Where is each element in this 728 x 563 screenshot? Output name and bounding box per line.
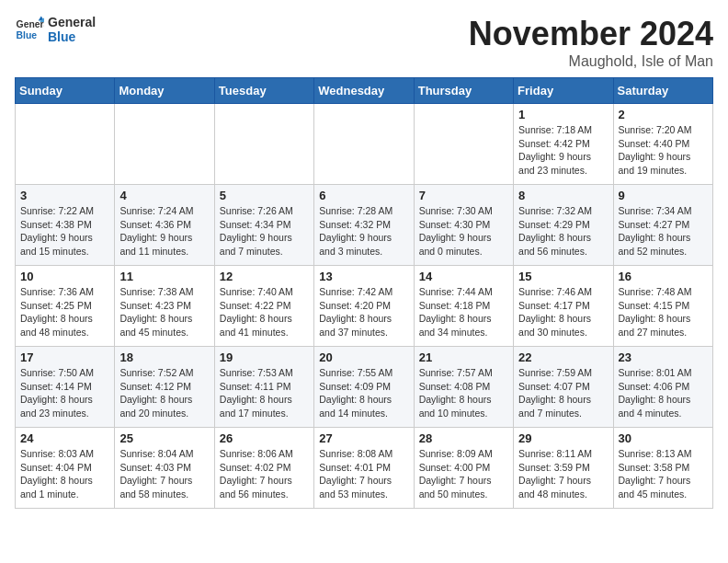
day-info: Sunrise: 8:13 AM Sunset: 3:58 PM Dayligh… <box>619 447 708 501</box>
day-info: Sunrise: 7:46 AM Sunset: 4:17 PM Dayligh… <box>518 285 608 339</box>
day-info: Sunrise: 8:09 AM Sunset: 4:00 PM Dayligh… <box>419 447 508 501</box>
day-info: Sunrise: 7:59 AM Sunset: 4:07 PM Dayligh… <box>518 366 608 420</box>
day-number: 8 <box>518 189 608 202</box>
calendar-cell: 14Sunrise: 7:44 AM Sunset: 4:18 PM Dayli… <box>414 266 513 347</box>
day-number: 13 <box>319 270 408 283</box>
col-header-wednesday: Wednesday <box>314 78 414 104</box>
day-number: 1 <box>518 108 608 121</box>
day-info: Sunrise: 7:55 AM Sunset: 4:09 PM Dayligh… <box>319 366 408 420</box>
calendar-cell <box>414 104 513 185</box>
day-info: Sunrise: 7:52 AM Sunset: 4:12 PM Dayligh… <box>119 366 209 420</box>
day-number: 11 <box>119 270 209 283</box>
calendar-cell <box>115 104 214 185</box>
day-info: Sunrise: 7:32 AM Sunset: 4:29 PM Dayligh… <box>518 204 608 259</box>
day-info: Sunrise: 7:20 AM Sunset: 4:40 PM Dayligh… <box>619 123 708 178</box>
day-number: 25 <box>119 431 209 445</box>
day-info: Sunrise: 7:38 AM Sunset: 4:23 PM Dayligh… <box>119 285 209 339</box>
location-subtitle: Maughold, Isle of Man <box>469 53 713 70</box>
calendar-cell: 27Sunrise: 8:08 AM Sunset: 4:01 PM Dayli… <box>314 428 414 509</box>
calendar-cell: 8Sunrise: 7:32 AM Sunset: 4:29 PM Daylig… <box>514 185 613 266</box>
calendar-cell: 10Sunrise: 7:36 AM Sunset: 4:25 PM Dayli… <box>16 266 115 347</box>
calendar-cell: 15Sunrise: 7:46 AM Sunset: 4:17 PM Dayli… <box>514 266 613 347</box>
col-header-monday: Monday <box>115 78 214 104</box>
day-number: 14 <box>419 270 508 283</box>
day-number: 16 <box>619 270 708 283</box>
day-info: Sunrise: 7:30 AM Sunset: 4:30 PM Dayligh… <box>419 204 508 259</box>
day-number: 9 <box>619 189 708 202</box>
logo-text-blue: Blue <box>48 29 96 44</box>
day-number: 22 <box>518 350 608 364</box>
col-header-tuesday: Tuesday <box>214 78 313 104</box>
svg-text:General: General <box>17 19 44 29</box>
month-title: November 2024 <box>469 15 713 53</box>
calendar-cell: 22Sunrise: 7:59 AM Sunset: 4:07 PM Dayli… <box>514 347 613 428</box>
day-number: 19 <box>220 350 309 364</box>
day-info: Sunrise: 7:53 AM Sunset: 4:11 PM Dayligh… <box>220 366 309 420</box>
day-number: 4 <box>119 189 209 202</box>
day-info: Sunrise: 7:34 AM Sunset: 4:27 PM Dayligh… <box>619 204 708 259</box>
day-info: Sunrise: 7:42 AM Sunset: 4:20 PM Dayligh… <box>319 285 408 339</box>
calendar-cell: 16Sunrise: 7:48 AM Sunset: 4:15 PM Dayli… <box>613 266 712 347</box>
calendar-cell: 12Sunrise: 7:40 AM Sunset: 4:22 PM Dayli… <box>214 266 313 347</box>
day-number: 24 <box>20 431 109 445</box>
calendar-cell: 19Sunrise: 7:53 AM Sunset: 4:11 PM Dayli… <box>214 347 313 428</box>
title-block: November 2024 Maughold, Isle of Man <box>469 15 713 70</box>
logo-icon: General Blue <box>15 15 44 44</box>
day-number: 29 <box>518 431 608 445</box>
page-header: General Blue General Blue November 2024 … <box>15 15 713 70</box>
day-number: 30 <box>619 431 708 445</box>
calendar-cell: 24Sunrise: 8:03 AM Sunset: 4:04 PM Dayli… <box>16 428 115 509</box>
calendar-cell: 4Sunrise: 7:24 AM Sunset: 4:36 PM Daylig… <box>115 185 214 266</box>
calendar-cell: 5Sunrise: 7:26 AM Sunset: 4:34 PM Daylig… <box>214 185 313 266</box>
calendar-cell: 1Sunrise: 7:18 AM Sunset: 4:42 PM Daylig… <box>514 104 613 185</box>
day-number: 3 <box>20 189 109 202</box>
logo: General Blue General Blue <box>15 15 96 44</box>
day-info: Sunrise: 7:36 AM Sunset: 4:25 PM Dayligh… <box>20 285 109 339</box>
calendar-cell: 17Sunrise: 7:50 AM Sunset: 4:14 PM Dayli… <box>16 347 115 428</box>
day-info: Sunrise: 7:50 AM Sunset: 4:14 PM Dayligh… <box>20 366 109 420</box>
day-info: Sunrise: 7:40 AM Sunset: 4:22 PM Dayligh… <box>220 285 309 339</box>
day-number: 6 <box>319 189 408 202</box>
calendar-cell: 29Sunrise: 8:11 AM Sunset: 3:59 PM Dayli… <box>514 428 613 509</box>
calendar-cell: 18Sunrise: 7:52 AM Sunset: 4:12 PM Dayli… <box>115 347 214 428</box>
col-header-thursday: Thursday <box>414 78 513 104</box>
day-info: Sunrise: 7:57 AM Sunset: 4:08 PM Dayligh… <box>419 366 508 420</box>
calendar-week-row: 17Sunrise: 7:50 AM Sunset: 4:14 PM Dayli… <box>16 347 713 428</box>
day-info: Sunrise: 8:08 AM Sunset: 4:01 PM Dayligh… <box>319 447 408 501</box>
day-info: Sunrise: 8:03 AM Sunset: 4:04 PM Dayligh… <box>20 447 109 501</box>
day-info: Sunrise: 7:24 AM Sunset: 4:36 PM Dayligh… <box>119 204 209 259</box>
day-info: Sunrise: 7:44 AM Sunset: 4:18 PM Dayligh… <box>419 285 508 339</box>
day-number: 26 <box>220 431 309 445</box>
day-info: Sunrise: 8:04 AM Sunset: 4:03 PM Dayligh… <box>119 447 209 501</box>
calendar-cell: 3Sunrise: 7:22 AM Sunset: 4:38 PM Daylig… <box>16 185 115 266</box>
calendar-week-row: 10Sunrise: 7:36 AM Sunset: 4:25 PM Dayli… <box>16 266 713 347</box>
day-number: 18 <box>119 350 209 364</box>
calendar-cell <box>214 104 313 185</box>
calendar-cell: 2Sunrise: 7:20 AM Sunset: 4:40 PM Daylig… <box>613 104 712 185</box>
day-number: 27 <box>319 431 408 445</box>
col-header-saturday: Saturday <box>613 78 712 104</box>
day-number: 20 <box>319 350 408 364</box>
day-info: Sunrise: 8:01 AM Sunset: 4:06 PM Dayligh… <box>619 366 708 420</box>
day-number: 23 <box>619 350 708 364</box>
calendar-header-row: SundayMondayTuesdayWednesdayThursdayFrid… <box>16 78 713 104</box>
day-number: 15 <box>518 270 608 283</box>
day-info: Sunrise: 8:06 AM Sunset: 4:02 PM Dayligh… <box>220 447 309 501</box>
day-number: 28 <box>419 431 508 445</box>
day-info: Sunrise: 7:22 AM Sunset: 4:38 PM Dayligh… <box>20 204 109 259</box>
calendar-cell: 21Sunrise: 7:57 AM Sunset: 4:08 PM Dayli… <box>414 347 513 428</box>
col-header-sunday: Sunday <box>16 78 115 104</box>
calendar-week-row: 1Sunrise: 7:18 AM Sunset: 4:42 PM Daylig… <box>16 104 713 185</box>
calendar-cell <box>16 104 115 185</box>
day-info: Sunrise: 7:18 AM Sunset: 4:42 PM Dayligh… <box>518 123 608 178</box>
calendar-cell: 23Sunrise: 8:01 AM Sunset: 4:06 PM Dayli… <box>613 347 712 428</box>
calendar-cell: 7Sunrise: 7:30 AM Sunset: 4:30 PM Daylig… <box>414 185 513 266</box>
calendar-week-row: 3Sunrise: 7:22 AM Sunset: 4:38 PM Daylig… <box>16 185 713 266</box>
day-number: 2 <box>619 108 708 121</box>
calendar-table: SundayMondayTuesdayWednesdayThursdayFrid… <box>15 77 713 509</box>
day-info: Sunrise: 8:11 AM Sunset: 3:59 PM Dayligh… <box>518 447 608 501</box>
calendar-cell: 6Sunrise: 7:28 AM Sunset: 4:32 PM Daylig… <box>314 185 414 266</box>
day-number: 12 <box>220 270 309 283</box>
day-number: 17 <box>20 350 109 364</box>
calendar-cell: 26Sunrise: 8:06 AM Sunset: 4:02 PM Dayli… <box>214 428 313 509</box>
